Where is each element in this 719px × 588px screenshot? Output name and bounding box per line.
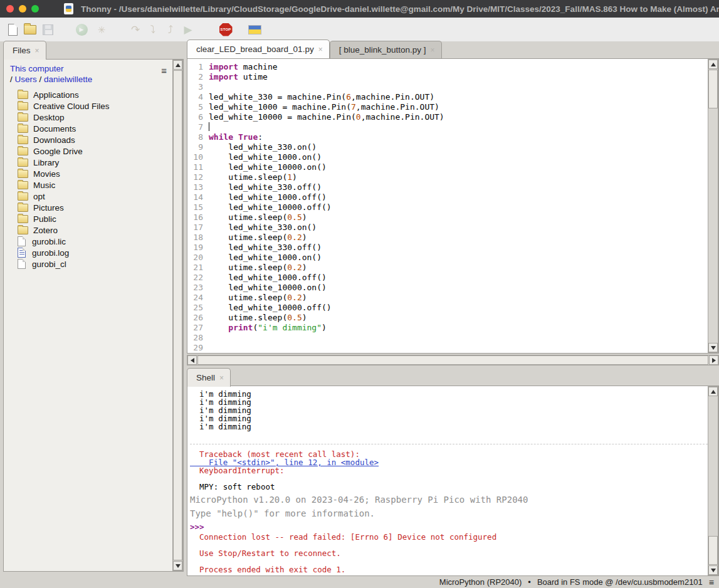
code-line[interactable]: 27 print("i'm dimming") (187, 323, 708, 333)
status-menu-icon[interactable]: ≡ (709, 577, 714, 587)
code-line[interactable]: 3 (187, 82, 708, 92)
code-line[interactable]: 1import machine (187, 62, 708, 72)
breadcrumb-link[interactable]: danielwillette (44, 75, 92, 84)
file-tree-file[interactable]: gurobi_cl (4, 258, 183, 270)
code-line[interactable]: 10 led_white_1000.on() (187, 152, 708, 162)
code-area[interactable]: 1import machine2import utime34led_white_… (187, 59, 708, 353)
expander-triangle-icon[interactable] (9, 228, 13, 233)
editor-scroll-down-icon[interactable] (708, 343, 718, 352)
code-line[interactable]: 13 led_white_330.off() (187, 182, 708, 192)
shell-tab-close-icon[interactable]: × (219, 374, 224, 382)
file-tree-folder[interactable]: Public (4, 213, 183, 224)
tab-editor-0[interactable]: clear_LED_bread_board_01.py× (187, 39, 330, 58)
file-tree-folder[interactable]: Movies (4, 168, 183, 179)
code-line[interactable]: 11 led_white_10000.on() (187, 162, 708, 172)
code-line[interactable]: 16 utime.sleep(0.5) (187, 213, 708, 223)
tab-files[interactable]: Files × (3, 41, 46, 60)
step-out-button[interactable]: ⤴ (163, 22, 178, 37)
code-line[interactable]: 28 (187, 333, 708, 343)
code-line[interactable]: 21 utime.sleep(0.2) (187, 263, 708, 273)
editor-hscroll-thumb[interactable] (197, 355, 708, 365)
editor-tab-close-icon[interactable]: × (318, 45, 323, 54)
file-tree-file[interactable]: gurobi.lic (4, 236, 183, 247)
ukraine-flag-button[interactable] (247, 22, 262, 37)
editor-tab-close-icon[interactable]: × (431, 46, 435, 55)
code-line[interactable]: 25 led_white_10000.off() (187, 303, 708, 313)
step-into-button[interactable]: ⤵ (145, 22, 160, 37)
code-line[interactable]: 14 led_white_1000.off() (187, 192, 708, 202)
expander-triangle-icon[interactable] (9, 171, 13, 176)
file-tree-folder[interactable]: Music (4, 179, 183, 191)
file-tree-folder[interactable]: Zotero (4, 224, 183, 236)
expander-triangle-icon[interactable] (9, 115, 13, 120)
step-over-button[interactable]: ↷ (128, 22, 143, 37)
code-line[interactable]: 5led_white_1000 = machine.Pin(7,machine.… (187, 102, 708, 112)
files-scroll-thumb[interactable] (173, 70, 182, 560)
code-line[interactable]: 9 led_white_330.on() (187, 142, 708, 152)
file-tree-folder[interactable]: Desktop (4, 112, 183, 123)
expander-triangle-icon[interactable] (9, 194, 13, 199)
code-editor[interactable]: 1import machine2import utime34led_white_… (187, 58, 719, 354)
code-line[interactable]: 15 led_white_10000.off() (187, 202, 708, 213)
files-tab-close-icon[interactable]: × (35, 46, 39, 55)
file-tree-folder[interactable]: Google Drive (4, 145, 183, 157)
editor-scroll-right-icon[interactable] (709, 355, 718, 365)
code-line[interactable]: 17 led_white_330.on() (187, 223, 708, 233)
stop-restart-button[interactable]: STOP (218, 22, 233, 37)
expander-triangle-icon[interactable] (9, 149, 13, 154)
shell-scroll-up-icon[interactable] (708, 387, 718, 396)
tab-shell[interactable]: Shell × (187, 368, 231, 387)
expander-triangle-icon[interactable] (9, 205, 13, 210)
code-line[interactable]: 6led_white_10000 = machine.Pin(0,machine… (187, 112, 708, 122)
minimize-window-button[interactable] (19, 5, 26, 13)
file-tree-folder[interactable]: Documents (4, 123, 183, 134)
expander-triangle-icon[interactable] (9, 182, 13, 187)
zoom-window-button[interactable] (31, 5, 39, 13)
expander-triangle-icon[interactable] (9, 160, 13, 165)
files-vscrollbar[interactable] (172, 60, 183, 571)
code-line[interactable]: 29 (187, 343, 708, 353)
file-tree-folder[interactable]: Pictures (4, 202, 183, 213)
files-scroll-up-icon[interactable] (173, 60, 182, 70)
code-line[interactable]: 4led_white_330 = machine.Pin(6,machine.P… (187, 92, 708, 102)
expander-triangle-icon[interactable] (9, 92, 13, 97)
editor-scroll-left-icon[interactable] (187, 355, 197, 365)
shell-output[interactable]: i'm dimming i'm dimming i'm dimming i'm … (187, 386, 708, 575)
file-tree-folder[interactable]: Library (4, 157, 183, 168)
tab-editor-1[interactable]: [ blue_blink_button.py ]× (330, 41, 442, 58)
code-line[interactable]: 19 led_white_330.off() (187, 243, 708, 253)
code-line[interactable]: 20 led_white_1000.on() (187, 253, 708, 263)
editor-scroll-up-icon[interactable] (708, 60, 718, 69)
breadcrumb-link[interactable]: Users (15, 75, 37, 84)
file-tree-folder[interactable]: Applications (4, 89, 183, 100)
shell-scroll-down-icon[interactable] (708, 565, 718, 575)
expander-triangle-icon[interactable] (9, 103, 13, 108)
expander-triangle-icon[interactable] (9, 126, 13, 131)
code-line[interactable]: 24 utime.sleep(0.2) (187, 293, 708, 303)
code-line[interactable]: 22 led_white_1000.off() (187, 273, 708, 283)
open-file-button[interactable] (23, 22, 38, 37)
editor-vscrollbar[interactable] (708, 59, 718, 353)
shell-scroll-thumb[interactable] (708, 536, 718, 565)
files-breadcrumb[interactable]: / Users / danielwillette (10, 75, 177, 84)
editor-hscrollbar[interactable] (187, 355, 719, 365)
files-scroll-down-icon[interactable] (173, 561, 182, 570)
debug-script-button[interactable]: ✳ (94, 22, 109, 37)
status-interpreter[interactable]: MicroPython (RP2040) (439, 577, 522, 587)
expander-triangle-icon[interactable] (9, 137, 13, 142)
run-script-button[interactable]: ▶ (74, 22, 89, 37)
shell-vscrollbar[interactable] (708, 386, 718, 575)
code-line[interactable]: 26 utime.sleep(0.5) (187, 313, 708, 323)
code-line[interactable]: 2import utime (187, 72, 708, 82)
file-tree-file[interactable]: gurobi.log (4, 247, 183, 258)
code-line[interactable]: 7 (187, 122, 708, 132)
code-line[interactable]: 12 utime.sleep(1) (187, 172, 708, 182)
files-menu-icon[interactable]: ≡ (161, 66, 167, 75)
code-line[interactable]: 8while True: (187, 132, 708, 142)
files-root-link[interactable]: This computer (10, 64, 177, 73)
close-window-button[interactable] (6, 5, 14, 13)
code-line[interactable]: 18 utime.sleep(0.2) (187, 233, 708, 243)
file-tree-folder[interactable]: opt (4, 191, 183, 202)
file-tree-folder[interactable]: Creative Cloud Files (4, 100, 183, 112)
new-file-button[interactable] (5, 22, 20, 37)
